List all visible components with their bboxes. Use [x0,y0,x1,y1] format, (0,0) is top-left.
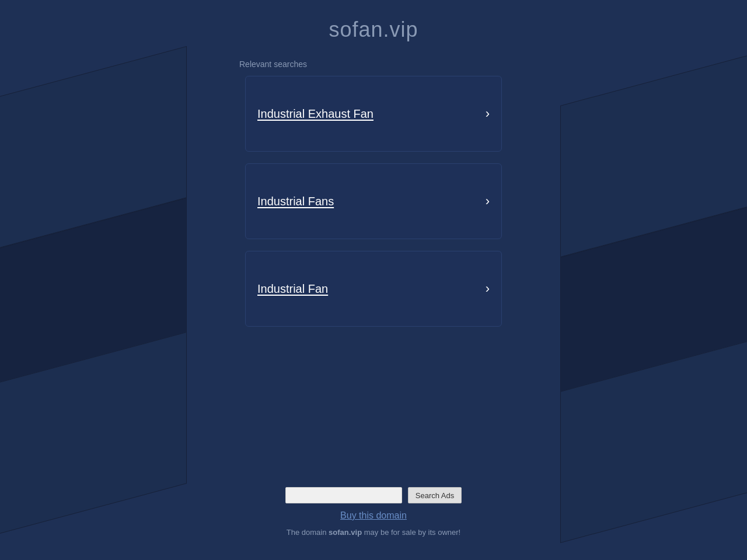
main-content: sofan.vip Relevant searches Industrial E… [0,0,747,560]
relevant-searches-label: Relevant searches [239,60,307,69]
search-card-3-text: Industrial Fan [257,282,328,296]
search-card-1-text: Industrial Exhaust Fan [257,107,374,121]
footer-domain: sofan.vip [329,528,362,537]
search-card-3-arrow: › [486,281,490,296]
cards-container: Industrial Exhaust Fan › Industrial Fans… [245,76,502,327]
search-card-3[interactable]: Industrial Fan › [245,251,502,327]
footer-prefix: The domain [287,528,329,537]
search-card-1-arrow: › [486,106,490,121]
search-card-2-text: Industrial Fans [257,195,334,208]
search-card-1[interactable]: Industrial Exhaust Fan › [245,76,502,152]
search-ads-row: Search Ads [285,487,462,503]
buy-domain-link[interactable]: Buy this domain [340,510,407,521]
search-ads-button[interactable]: Search Ads [408,487,462,503]
site-title: sofan.vip [329,18,418,42]
search-card-2[interactable]: Industrial Fans › [245,163,502,239]
search-ads-input[interactable] [285,487,402,503]
footer-text: The domain sofan.vip may be for sale by … [287,528,460,537]
footer-suffix: may be for sale by its owner! [362,528,460,537]
bottom-section: Search Ads Buy this domain The domain so… [0,487,747,537]
search-card-2-arrow: › [486,194,490,209]
